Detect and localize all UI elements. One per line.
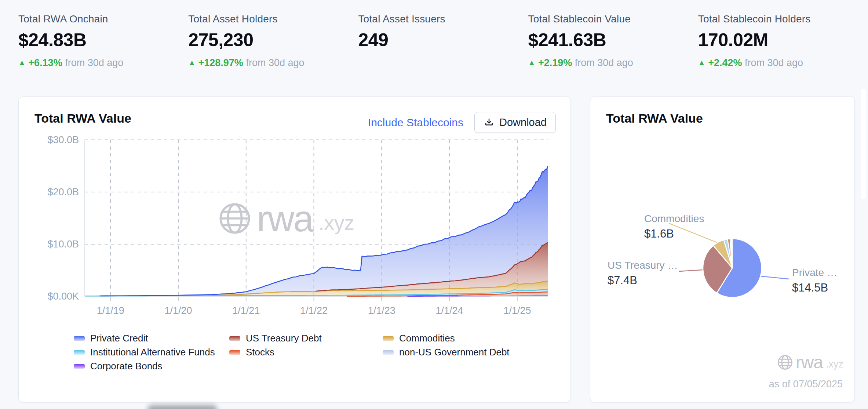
stat-value: $241.63B <box>528 29 698 51</box>
stat-value: 170.02M <box>698 29 868 51</box>
stat-total-asset-issuers: Total Asset Issuers 249 <box>358 13 528 69</box>
change-period: from 30d ago <box>65 57 123 68</box>
svg-text:$20.0B: $20.0B <box>47 187 79 198</box>
stat-value: 275,230 <box>188 29 358 51</box>
chart-legend: Private Credit US Treasury Debt Commodit… <box>74 333 562 371</box>
svg-text:$10.0B: $10.0B <box>47 239 79 250</box>
rwa-dashboard: Total RWA Onchain $24.83B ▲ +6.13% from … <box>0 0 868 409</box>
legend-swatch-icon <box>74 364 85 369</box>
offscreen-element-peek <box>147 405 217 409</box>
legend-item-corporate-bonds[interactable]: Corporate Bonds <box>74 361 229 371</box>
stat-value: $24.83B <box>18 29 188 51</box>
legend-label: Private Credit <box>90 333 148 344</box>
pie-slice-value: $7.4B <box>608 274 678 287</box>
stat-label: Total RWA Onchain <box>18 13 188 25</box>
download-label: Download <box>499 116 547 129</box>
svg-text:1/1/19: 1/1/19 <box>97 305 124 316</box>
change-percent: +2.19% <box>538 57 572 68</box>
change-period: from 30d ago <box>575 57 633 68</box>
download-icon <box>484 117 495 128</box>
legend-swatch-icon <box>74 336 85 341</box>
pie-slice-name: Commodities <box>644 213 704 225</box>
legend-label: US Treasury Debt <box>246 333 322 344</box>
stat-total-stablecoin-holders: Total Stablecoin Holders 170.02M ▲ +2.42… <box>698 13 868 69</box>
pie-slice-name: Private … <box>792 267 837 279</box>
stat-label: Total Asset Holders <box>188 13 358 25</box>
svg-text:$30.0B: $30.0B <box>47 134 79 145</box>
stat-total-asset-holders: Total Asset Holders 275,230 ▲ +128.97% f… <box>188 13 358 69</box>
change-period: from 30d ago <box>745 57 803 68</box>
pie-slice-name: US Treasury … <box>608 259 678 272</box>
legend-item-us-treasury-debt[interactable]: US Treasury Debt <box>229 333 383 343</box>
stat-change: ▲ +128.97% from 30d ago <box>188 57 358 69</box>
legend-swatch-icon <box>383 336 394 341</box>
stat-change: ▲ +6.13% from 30d ago <box>18 57 188 69</box>
svg-text:1/1/20: 1/1/20 <box>164 305 192 316</box>
pie-label-commodities: Commodities $1.6B <box>644 213 704 240</box>
legend-item-institutional-alternative-funds[interactable]: Institutional Alternative Funds <box>74 347 229 357</box>
svg-text:1/1/24: 1/1/24 <box>436 305 463 316</box>
pie-slice-value: $14.5B <box>792 281 837 294</box>
card-title: Total RWA Value <box>34 111 131 126</box>
legend-label: Commodities <box>399 333 455 344</box>
stat-total-rwa-onchain: Total RWA Onchain $24.83B ▲ +6.13% from … <box>18 13 188 69</box>
stat-change: ▲ +2.42% from 30d ago <box>698 57 868 69</box>
svg-text:1/1/23: 1/1/23 <box>368 305 395 316</box>
stat-total-stablecoin-value: Total Stablecoin Value $241.63B ▲ +2.19%… <box>528 13 698 69</box>
legend-item-stocks[interactable]: Stocks <box>229 347 383 357</box>
legend-swatch-icon <box>74 350 85 355</box>
total-rwa-value-chart-card: Total RWA Value Include Stablecoins Down… <box>18 96 571 403</box>
as-of-date: as of 07/05/2025 <box>769 379 843 390</box>
legend-label: non-US Government Debt <box>399 347 510 358</box>
svg-text:1/1/21: 1/1/21 <box>232 305 260 316</box>
stats-row: Total RWA Onchain $24.83B ▲ +6.13% from … <box>18 13 868 69</box>
svg-text:1/1/25: 1/1/25 <box>503 305 531 316</box>
svg-text:1/1/22: 1/1/22 <box>300 305 328 316</box>
legend-item-commodities[interactable]: Commodities <box>383 333 562 343</box>
rwa-area-chart[interactable]: $0.00K$10.0B$20.0B$30.0B1/1/191/1/201/1/… <box>85 138 548 321</box>
change-percent: +6.13% <box>28 57 62 68</box>
legend-item-non-us-government-debt[interactable]: non-US Government Debt <box>383 347 562 357</box>
scrollbar-thumb[interactable] <box>861 89 866 199</box>
change-period: from 30d ago <box>246 57 304 68</box>
total-rwa-value-pie-card: Total RWA Value Commodities $1.6B US Tre… <box>590 96 855 403</box>
stat-value: 249 <box>358 29 528 51</box>
up-arrow-icon: ▲ <box>698 58 705 66</box>
pie-slice-value: $1.6B <box>644 227 704 240</box>
rwa-pie-chart[interactable] <box>590 97 855 403</box>
pie-label-us-treasury: US Treasury … $7.4B <box>608 259 678 287</box>
stat-change: ▲ +2.19% from 30d ago <box>528 57 698 69</box>
include-stablecoins-link[interactable]: Include Stablecoins <box>368 116 463 129</box>
legend-label: Corporate Bonds <box>90 361 163 372</box>
up-arrow-icon: ▲ <box>188 58 196 66</box>
stat-label: Total Asset Issuers <box>358 13 528 25</box>
legend-label: Stocks <box>246 347 274 358</box>
download-button[interactable]: Download <box>474 112 556 133</box>
legend-swatch-icon <box>229 350 240 355</box>
svg-text:$0.00K: $0.00K <box>47 291 79 302</box>
chart-actions: Include Stablecoins Download <box>368 112 556 133</box>
legend-item-private-credit[interactable]: Private Credit <box>74 333 229 343</box>
up-arrow-icon: ▲ <box>18 58 26 66</box>
change-percent: +128.97% <box>198 57 243 68</box>
change-percent: +2.42% <box>708 57 742 68</box>
stat-label: Total Stablecoin Value <box>528 13 698 25</box>
pie-label-private-credit: Private … $14.5B <box>792 267 837 294</box>
legend-swatch-icon <box>383 350 394 355</box>
stat-label: Total Stablecoin Holders <box>698 13 868 25</box>
legend-swatch-icon <box>229 336 240 341</box>
legend-label: Institutional Alternative Funds <box>90 347 215 358</box>
up-arrow-icon: ▲ <box>528 58 536 66</box>
